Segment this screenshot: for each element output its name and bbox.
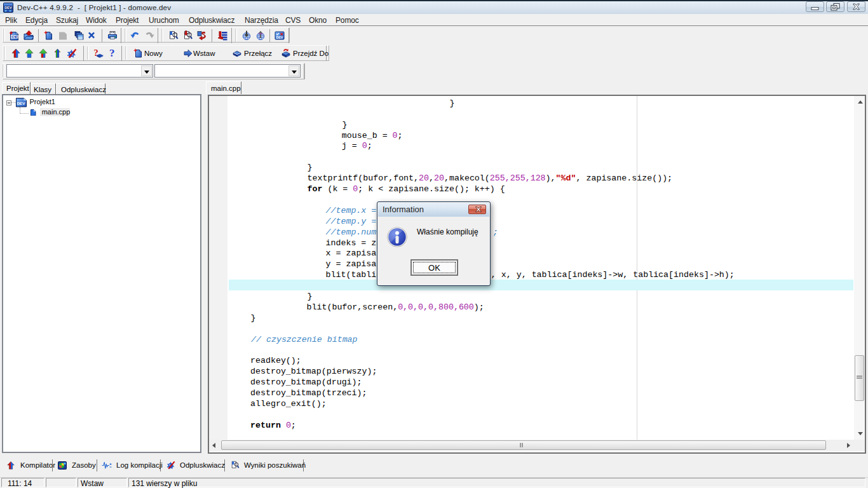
- svg-text:DEV: DEV: [17, 101, 26, 105]
- svg-text:DEV: DEV: [276, 36, 283, 39]
- svg-text:?: ?: [109, 47, 115, 59]
- svg-text:DEV: DEV: [11, 35, 18, 39]
- svg-text:DEV: DEV: [4, 6, 12, 10]
